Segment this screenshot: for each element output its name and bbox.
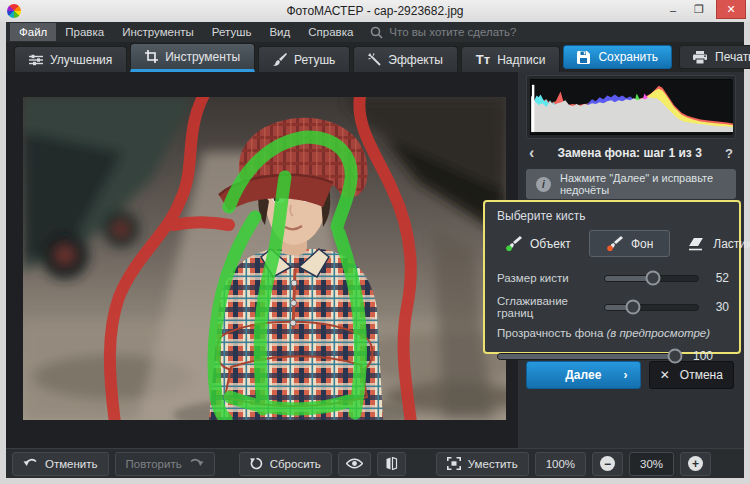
titlebar: ФотоМАСТЕР - cap-2923682.jpg – ❐ ✕ [0, 0, 750, 22]
menu-retouch[interactable]: Ретушь [203, 23, 261, 41]
crop-icon [145, 50, 158, 63]
info-icon: i [536, 177, 551, 192]
zoom-in-button[interactable]: + [680, 452, 711, 476]
tab-label: Эффекты [388, 53, 443, 67]
background-opacity-value: 100 [683, 349, 713, 363]
eraser-icon [688, 237, 705, 251]
slider-knob[interactable] [667, 349, 682, 364]
redo-icon [189, 458, 204, 469]
before-after-icon [385, 457, 398, 470]
menu-tools[interactable]: Инструменты [113, 23, 203, 41]
next-label: Далее [565, 368, 601, 382]
background-opacity-label: Прозрачность фона (в предпросмотре) [497, 327, 729, 339]
brush-panel-title: Выберите кисть [497, 209, 729, 223]
print-button[interactable]: Печать [679, 45, 750, 69]
sliders-icon [29, 54, 43, 66]
text-icon: Tт [476, 52, 490, 67]
close-x-icon: ✕ [660, 368, 670, 382]
chevron-right-icon: › [624, 368, 628, 382]
brush-icon [273, 53, 287, 66]
preview-original-button[interactable] [338, 452, 371, 476]
zoom-out-button[interactable]: − [592, 452, 623, 476]
background-brush-label: Фон [631, 237, 653, 251]
object-brush-button[interactable]: Объект [497, 231, 579, 256]
menubar: Файл Правка Инструменты Ретушь Вид Справ… [6, 22, 744, 42]
undo-button[interactable]: Отменить [12, 452, 109, 476]
reset-icon [250, 457, 263, 470]
background-brush-button[interactable]: Фон [589, 230, 670, 257]
before-after-button[interactable] [377, 452, 406, 476]
tab-captions[interactable]: Tт Надписи [461, 46, 561, 72]
workspace: ‹ Замена фона: шаг 1 из 3 ? i Нажмите "Д… [6, 72, 744, 448]
edge-smoothing-value: 30 [699, 300, 729, 314]
tab-label: Ретушь [294, 53, 335, 67]
info-box: i Нажмите "Далее" и исправьте недочёты [526, 169, 736, 199]
brush-size-slider[interactable] [604, 275, 699, 282]
info-text: Нажмите "Далее" и исправьте недочёты [560, 172, 726, 196]
reset-label: Сбросить [270, 458, 321, 470]
edge-smoothing-slider[interactable] [604, 304, 699, 311]
bottom-toolbar: Отменить Повторить Сбросить Уместить 100… [6, 448, 744, 478]
tab-label: Инструменты [165, 50, 240, 64]
brush-selector: Объект Фон Ластик [497, 230, 729, 257]
redo-button[interactable]: Повторить [115, 452, 215, 476]
photo-image [23, 97, 506, 420]
background-opacity-row: 100 [497, 344, 729, 368]
plus-icon: + [688, 456, 703, 471]
background-opacity-slider[interactable] [497, 353, 683, 360]
eraser-label: Ластик [713, 237, 750, 251]
edge-smoothing-label: Сглаживание границ [497, 295, 604, 319]
menu-help[interactable]: Справка [299, 23, 362, 41]
tab-effects[interactable]: Эффекты [353, 46, 458, 72]
app-window: ФотоМАСТЕР - cap-2923682.jpg – ❐ ✕ Файл … [0, 0, 750, 484]
tabbar: Улучшения Инструменты Ретушь Эффекты Tт … [6, 42, 744, 72]
fit-screen-icon [447, 457, 461, 470]
background-opacity-label-row: Прозрачность фона (в предпросмотре) [497, 324, 729, 342]
histogram-chart [531, 80, 733, 134]
help-icon[interactable]: ? [725, 146, 733, 161]
search-icon [370, 26, 383, 39]
printer-icon [693, 51, 707, 64]
zoom-100-button[interactable]: 100% [535, 452, 586, 476]
slider-knob[interactable] [646, 271, 661, 286]
redo-label: Повторить [126, 458, 182, 470]
edge-smoothing-row: Сглаживание границ 30 [497, 295, 729, 319]
minus-icon: − [600, 456, 615, 471]
tab-enhancements[interactable]: Улучшения [14, 46, 127, 72]
search-box[interactable]: Что вы хотите сделать? [370, 26, 516, 39]
print-label: Печать [715, 50, 750, 64]
background-opacity-note: (в предпросмотре) [607, 327, 711, 339]
save-button[interactable]: Сохранить [563, 45, 672, 69]
fit-label: Уместить [468, 458, 518, 470]
zoom-level-value: 30% [629, 452, 674, 476]
histogram-panel [526, 75, 736, 139]
menu-view[interactable]: Вид [260, 23, 299, 41]
search-placeholder: Что вы хотите сделать? [389, 26, 516, 38]
save-icon [577, 51, 590, 64]
tab-retouch[interactable]: Ретушь [258, 46, 350, 72]
menu-edit[interactable]: Правка [56, 23, 113, 41]
window-title: ФотоМАСТЕР - cap-2923682.jpg [0, 4, 750, 18]
tab-label: Надписи [497, 53, 545, 67]
tab-label: Улучшения [50, 53, 112, 67]
step-header: ‹ Замена фона: шаг 1 из 3 ? [518, 139, 744, 167]
undo-icon [23, 458, 38, 469]
brush-settings-panel: Выберите кисть Объект Фон Ластик Размер … [483, 200, 741, 354]
tab-tools[interactable]: Инструменты [130, 43, 255, 72]
eraser-button[interactable]: Ластик [680, 232, 750, 256]
step-title: Замена фона: шаг 1 из 3 [534, 146, 725, 160]
magic-wand-icon [368, 53, 381, 66]
background-opacity-label-text: Прозрачность фона [497, 327, 603, 339]
photo-canvas[interactable] [23, 97, 506, 420]
eye-icon [346, 458, 363, 469]
cancel-label: Отмена [680, 368, 723, 382]
slider-knob[interactable] [625, 300, 640, 315]
brush-size-value: 52 [699, 271, 729, 285]
object-brush-icon [505, 236, 522, 251]
menu-file[interactable]: Файл [10, 23, 56, 41]
reset-button[interactable]: Сбросить [239, 452, 332, 476]
undo-label: Отменить [45, 458, 98, 470]
brush-size-label: Размер кисти [497, 272, 604, 284]
fit-button[interactable]: Уместить [436, 452, 529, 476]
object-brush-label: Объект [530, 237, 571, 251]
